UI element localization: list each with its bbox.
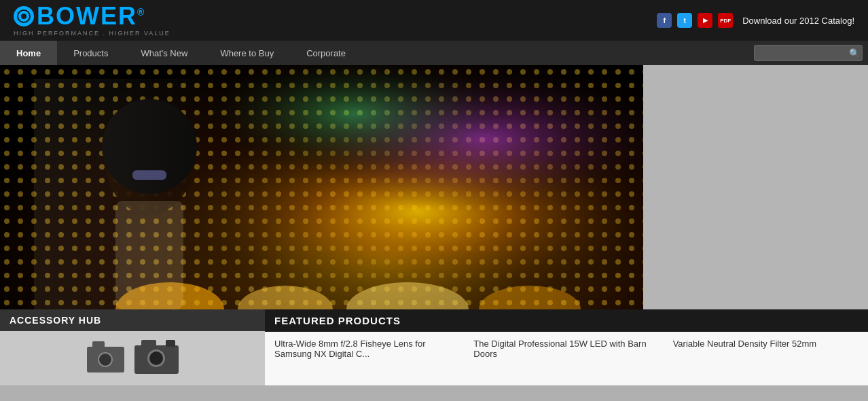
logo-text: BOWER® [37, 4, 145, 28]
hero-banner [0, 65, 643, 309]
hero-person [34, 79, 224, 309]
search-button[interactable]: 🔍 [849, 48, 860, 58]
nav-home[interactable]: Home [0, 41, 57, 65]
navigation: Home Products What's New Where to Buy Co… [0, 41, 868, 65]
accessory-hub-content [0, 331, 265, 385]
accessory-hub-header: ACCESSORY HUB [0, 309, 265, 331]
camera-icon-1 [87, 341, 124, 375]
featured-products-list: Ultra-Wide 8mm f/2.8 Fisheye Lens for Sa… [265, 332, 868, 366]
twitter-icon[interactable]: t [677, 13, 692, 28]
nav-corporate[interactable]: Corporate [290, 41, 362, 65]
camera-icon-2 [134, 340, 179, 377]
header-right: f t ▶ PDF Download our 2012 Catalog! [657, 13, 854, 28]
logo-area: BOWER® HIGH PERFORMANCE . HIGHER VALUE [14, 4, 170, 37]
pdf-icon[interactable]: PDF [718, 13, 733, 28]
facebook-icon[interactable]: f [657, 13, 672, 28]
logo-tagline: HIGH PERFORMANCE . HIGHER VALUE [14, 30, 170, 37]
nav-left: Home Products What's New Where to Buy Co… [0, 41, 748, 65]
accessory-hub: ACCESSORY HUB [0, 309, 265, 385]
search-input[interactable] [754, 45, 863, 61]
nav-where-to-buy[interactable]: Where to Buy [204, 41, 290, 65]
featured-products: FEATURED PRODUCTS Ultra-Wide 8mm f/2.8 F… [265, 309, 868, 385]
nav-products[interactable]: Products [57, 41, 124, 65]
search-area: 🔍 [748, 41, 868, 65]
sidebar-right [643, 65, 868, 309]
featured-products-header: FEATURED PRODUCTS [265, 309, 868, 332]
main-layout [0, 65, 868, 309]
bottom-content: ACCESSORY HUB FEATURED PRODUCTS Ultra-Wi… [0, 309, 868, 385]
search-wrapper: 🔍 [754, 45, 863, 61]
youtube-icon[interactable]: ▶ [698, 13, 712, 28]
hero-section [0, 65, 643, 309]
catalog-link[interactable]: Download our 2012 Catalog! [742, 16, 854, 26]
nav-whats-new[interactable]: What's New [124, 41, 204, 65]
featured-item-1[interactable]: Ultra-Wide 8mm f/2.8 Fisheye Lens for Sa… [274, 339, 460, 359]
featured-item-2[interactable]: The Digital Professional 15W LED with Ba… [473, 339, 659, 359]
featured-item-3[interactable]: Variable Neutral Density Filter 52mm [673, 339, 858, 359]
logo-lens-icon [14, 6, 34, 26]
header: BOWER® HIGH PERFORMANCE . HIGHER VALUE f… [0, 0, 868, 41]
